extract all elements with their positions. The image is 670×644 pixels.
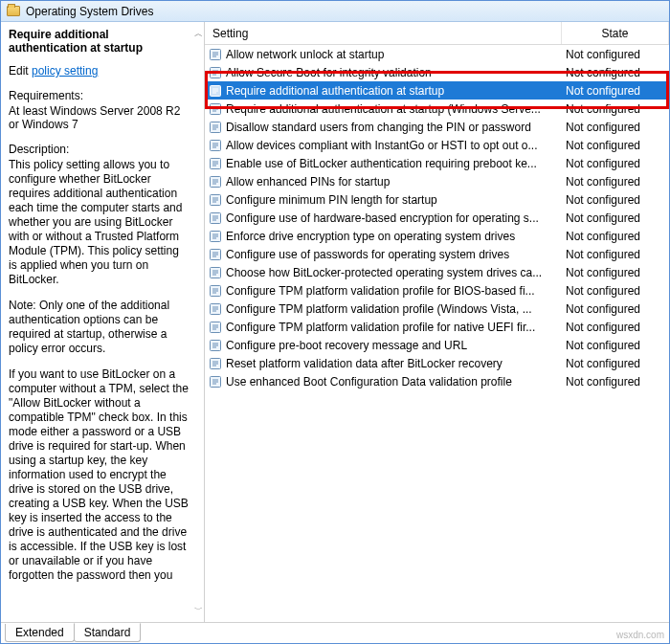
left-scrollbar[interactable]: ︿ ﹀	[192, 28, 204, 616]
setting-state: Not configured	[562, 175, 669, 189]
policy-icon	[209, 302, 222, 316]
policy-icon	[209, 339, 222, 352]
setting-state: Not configured	[562, 339, 669, 352]
setting-label: Disallow standard users from changing th…	[226, 121, 562, 134]
setting-row[interactable]: Require additional authentication at sta…	[205, 100, 669, 118]
setting-state: Not configured	[562, 157, 669, 170]
column-state[interactable]: State	[562, 22, 669, 44]
setting-row[interactable]: Enable use of BitLocker authentication r…	[205, 154, 669, 172]
policy-icon	[209, 321, 222, 334]
policy-icon	[209, 248, 222, 261]
tab-extended[interactable]: Extended	[5, 624, 75, 642]
setting-label: Configure minimum PIN length for startup	[226, 193, 562, 207]
description-paragraph: Note: Only one of the additional authent…	[9, 299, 189, 356]
setting-label: Configure pre-boot recovery message and …	[226, 339, 562, 352]
content-area: Require additional authentication at sta…	[1, 22, 669, 622]
policy-icon	[209, 375, 222, 389]
setting-label: Require additional authentication at sta…	[226, 102, 562, 116]
setting-row[interactable]: Choose how BitLocker-protected operating…	[205, 263, 669, 281]
setting-state: Not configured	[562, 284, 669, 298]
description-body: This policy setting allows you to config…	[9, 158, 196, 594]
setting-state: Not configured	[562, 66, 669, 79]
description-paragraph: If you want to use BitLocker on a comput…	[9, 367, 189, 583]
setting-state: Not configured	[562, 230, 669, 243]
setting-row[interactable]: Allow Secure Boot for integrity validati…	[205, 63, 669, 81]
policy-icon	[209, 357, 222, 370]
titlebar: Operating System Drives	[1, 1, 669, 22]
watermark: wsxdn.com	[616, 630, 664, 640]
edit-line: Edit policy setting	[9, 64, 196, 78]
setting-row[interactable]: Allow enhanced PINs for startupNot confi…	[205, 172, 669, 190]
policy-icon	[209, 175, 222, 189]
setting-label: Configure TPM platform validation profil…	[226, 321, 562, 334]
requirements-body: At least Windows Server 2008 R2 or Windo…	[9, 104, 196, 131]
setting-state: Not configured	[562, 302, 669, 316]
gpedit-window: Operating System Drives Require addition…	[0, 0, 670, 644]
requirements-label: Requirements:	[9, 89, 196, 102]
setting-label: Enforce drive encryption type on operati…	[226, 230, 562, 243]
setting-label: Allow network unlock at startup	[226, 48, 562, 61]
setting-label: Allow devices compliant with InstantGo o…	[226, 139, 562, 152]
setting-label: Require additional authentication at sta…	[226, 84, 562, 98]
column-setting[interactable]: Setting	[205, 22, 562, 44]
setting-label: Configure use of passwords for operating…	[226, 248, 562, 261]
setting-row[interactable]: Configure use of passwords for operating…	[205, 245, 669, 263]
setting-label: Choose how BitLocker-protected operating…	[226, 266, 562, 279]
setting-row[interactable]: Reset platform validation data after Bit…	[205, 354, 669, 372]
setting-label: Configure TPM platform validation profil…	[226, 284, 562, 298]
chevron-down-icon[interactable]: ﹀	[194, 604, 203, 616]
setting-row[interactable]: Allow network unlock at startupNot confi…	[205, 45, 669, 63]
policy-icon	[209, 102, 222, 116]
setting-label: Enable use of BitLocker authentication r…	[226, 157, 562, 170]
settings-list-panel: Setting State Allow network unlock at st…	[205, 22, 669, 622]
setting-label: Configure use of hardware-based encrypti…	[226, 211, 562, 225]
setting-row[interactable]: Allow devices compliant with InstantGo o…	[205, 136, 669, 154]
description-paragraph: This policy setting allows you to config…	[9, 158, 189, 287]
setting-row[interactable]: Configure TPM platform validation profil…	[205, 281, 669, 300]
setting-row[interactable]: Configure pre-boot recovery message and …	[205, 336, 669, 354]
policy-icon	[209, 230, 222, 243]
setting-label: Allow enhanced PINs for startup	[226, 175, 562, 189]
setting-label: Configure TPM platform validation profil…	[226, 302, 562, 316]
setting-state: Not configured	[562, 266, 669, 279]
setting-state: Not configured	[562, 121, 669, 134]
setting-row[interactable]: Configure TPM platform validation profil…	[205, 300, 669, 318]
policy-icon	[209, 139, 222, 152]
edit-prefix: Edit	[9, 64, 32, 78]
policy-icon	[209, 211, 222, 225]
setting-row[interactable]: Enforce drive encryption type on operati…	[205, 227, 669, 245]
setting-state: Not configured	[562, 139, 669, 152]
policy-title: Require additional authentication at sta…	[9, 28, 196, 55]
tab-standard[interactable]: Standard	[74, 623, 142, 642]
chevron-up-icon[interactable]: ︿	[194, 28, 203, 40]
setting-state: Not configured	[562, 102, 669, 116]
edit-policy-link[interactable]: policy setting	[32, 64, 98, 78]
setting-label: Allow Secure Boot for integrity validati…	[226, 66, 562, 79]
policy-icon	[209, 66, 222, 79]
setting-row[interactable]: Configure use of hardware-based encrypti…	[205, 209, 669, 227]
policy-icon	[209, 121, 222, 134]
settings-rows: Allow network unlock at startupNot confi…	[205, 45, 669, 622]
description-label: Description:	[9, 143, 196, 156]
setting-state: Not configured	[562, 375, 669, 389]
details-panel: Require additional authentication at sta…	[1, 22, 205, 622]
setting-state: Not configured	[562, 211, 669, 225]
setting-row[interactable]: Configure TPM platform validation profil…	[205, 318, 669, 336]
setting-state: Not configured	[562, 48, 669, 61]
policy-icon	[209, 284, 222, 298]
setting-row[interactable]: Configure minimum PIN length for startup…	[205, 190, 669, 209]
policy-icon	[209, 48, 222, 61]
policy-icon	[209, 157, 222, 170]
setting-row[interactable]: Use enhanced Boot Configuration Data val…	[205, 372, 669, 390]
window-title: Operating System Drives	[26, 5, 153, 18]
setting-label: Reset platform validation data after Bit…	[226, 357, 562, 370]
setting-label: Use enhanced Boot Configuration Data val…	[226, 375, 562, 389]
setting-state: Not configured	[562, 321, 669, 334]
setting-state: Not configured	[562, 248, 669, 261]
setting-row[interactable]: Disallow standard users from changing th…	[205, 118, 669, 136]
folder-icon	[7, 6, 20, 16]
setting-row[interactable]: Require additional authentication at sta…	[205, 81, 669, 100]
tabs: Extended Standard	[1, 622, 669, 643]
column-headers: Setting State	[205, 22, 669, 45]
setting-state: Not configured	[562, 84, 669, 98]
